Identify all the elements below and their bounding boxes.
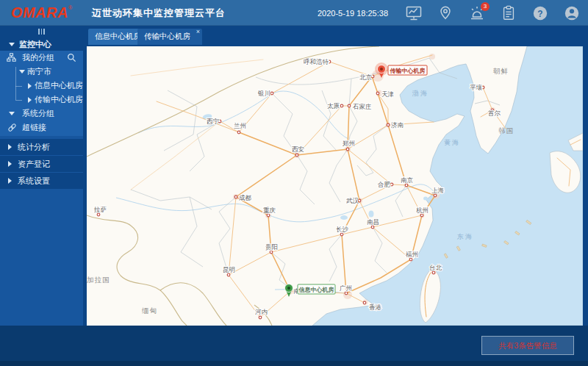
city-label: 合肥: [377, 181, 391, 188]
location-icon[interactable]: [437, 4, 454, 22]
close-icon[interactable]: ×: [196, 29, 200, 35]
city-dot: [345, 292, 348, 295]
user-icon[interactable]: [563, 4, 581, 22]
city-dot: [376, 92, 379, 95]
city-label: 重庆: [263, 207, 276, 214]
map-canvas[interactable]: 呼和浩特北京天津太原石家庄济南银川西宁兰州西安郑州南京合肥上海武汉杭州成都重庆长…: [87, 46, 583, 326]
city-label: 南昌: [367, 218, 379, 226]
city-dot: [97, 213, 100, 216]
city-label: 香港: [369, 304, 381, 311]
report-icon[interactable]: [500, 4, 517, 22]
city-dot: [432, 271, 435, 274]
alarm-badge: 3: [481, 2, 490, 11]
city-label: 首尔: [487, 110, 501, 117]
page-title: 迈世动环集中监控管理云平台: [92, 0, 226, 26]
city-label: 石家庄: [353, 103, 372, 110]
chevron-down-icon: [19, 70, 25, 73]
city-label: 南京: [401, 176, 414, 184]
city-dot: [434, 194, 437, 197]
search-icon[interactable]: [67, 53, 76, 64]
sea-label: 渤海: [412, 90, 429, 97]
city-dot: [387, 123, 390, 126]
status-footer: 共有3条告警信息: [0, 326, 588, 366]
sidebar-item-statistics[interactable]: 统计分析: [0, 139, 83, 155]
marker-label: 信息中心机房: [298, 286, 334, 293]
city-dot: [348, 104, 351, 107]
alarm-summary-button[interactable]: 共有3条告警信息: [481, 336, 574, 355]
city-label: 福州: [405, 251, 418, 258]
alarm-icon[interactable]: 3: [468, 4, 486, 22]
city-dot: [270, 251, 273, 254]
sidebar-collapse-icon[interactable]: [0, 26, 83, 37]
sidebar-item-monitor-center[interactable]: 监控中心: [0, 37, 83, 51]
city-label: 银川: [257, 90, 270, 97]
help-icon[interactable]: ?: [531, 4, 549, 22]
sea-label: 东海: [456, 233, 473, 240]
tab-trans-center-room[interactable]: 传输中心机房 ×: [137, 29, 202, 45]
city-label: 太原: [327, 102, 340, 110]
city-label: 广州: [340, 284, 352, 292]
sidebar-item-nanning[interactable]: 南宁市: [0, 65, 83, 79]
monitor-icon[interactable]: [405, 4, 423, 22]
city-dot: [234, 195, 237, 198]
sidebar-item-system-settings[interactable]: 系统设置: [0, 173, 83, 189]
city-label: 西宁: [207, 118, 220, 125]
chevron-right-icon: [8, 161, 12, 167]
city-label: 杭州: [416, 207, 429, 214]
city-dot: [371, 226, 374, 229]
chevron-right-icon: [28, 97, 32, 103]
city-label: 贵阳: [265, 243, 278, 251]
svg-text:?: ?: [537, 8, 542, 18]
sidebar-item-system-groups[interactable]: 系统分组: [0, 107, 83, 121]
city-dot: [270, 92, 273, 95]
top-header: OMARA ® 迈世动环集中监控管理云平台 2020-5-19 18:25:38: [0, 0, 588, 26]
city-label: 兰州: [234, 122, 246, 129]
chevron-down-icon: [9, 112, 15, 115]
city-label: 平壤: [470, 84, 483, 91]
city-label: 武汉: [346, 197, 359, 204]
sidebar-item-my-groups[interactable]: 我的分组: [0, 51, 83, 65]
country-label: 加拉国: [87, 276, 110, 284]
city-label: 昆明: [223, 266, 235, 273]
chevron-right-icon: [28, 83, 32, 89]
city-label: 拉萨: [93, 206, 107, 213]
sea-label: 黄海: [444, 139, 460, 146]
sidebar-item-asset-register[interactable]: 资产登记: [0, 156, 83, 172]
sidebar: 监控中心 我的分组: [0, 26, 83, 366]
city-dot: [237, 131, 240, 134]
city-label: 济南: [391, 121, 404, 129]
country-label: 缅甸: [142, 306, 157, 315]
link-icon: [7, 123, 17, 132]
group-tree: 我的分组 南宁市 信息中心机房 传输中心机房 系统分组: [0, 51, 83, 136]
datetime-label: 2020-5-19 18:25:38: [318, 9, 388, 18]
tab-bar: 信息中心机房 × 传输中心机房 ×: [83, 26, 588, 46]
city-label: 成都: [239, 194, 252, 201]
city-dot: [390, 183, 393, 186]
sidebar-item-trans-center-room[interactable]: 传输中心机房: [0, 93, 83, 107]
sidebar-item-info-center-room[interactable]: 信息中心机房: [0, 79, 83, 93]
city-label: 北京: [359, 73, 373, 81]
city-label: 天津: [381, 90, 394, 98]
chevron-down-icon: [9, 43, 15, 46]
group-icon: [7, 53, 16, 62]
city-label: 呼和浩特: [304, 58, 329, 65]
logo-text: OMARA: [11, 4, 68, 21]
map-marker-center: [380, 68, 383, 71]
marker-label: 传输中心机房: [390, 67, 426, 74]
main-content: 信息中心机房 × 传输中心机房 ×: [83, 26, 588, 366]
city-label: 郑州: [343, 140, 355, 147]
city-dot: [346, 148, 349, 151]
city-label: 上海: [431, 187, 445, 194]
city-dot: [405, 184, 408, 187]
sidebar-item-hyperlink[interactable]: 超链接: [0, 121, 83, 134]
city-dot: [295, 154, 298, 157]
city-dot: [363, 301, 366, 304]
city-label: 河内: [255, 308, 268, 315]
country-label: 朝鲜: [493, 67, 509, 75]
city-dot: [227, 273, 230, 276]
city-dot: [259, 316, 262, 319]
registered-mark: ®: [68, 5, 72, 10]
city-label: 台北: [429, 264, 442, 271]
city-dot: [409, 258, 412, 261]
city-label: 西安: [292, 146, 305, 153]
